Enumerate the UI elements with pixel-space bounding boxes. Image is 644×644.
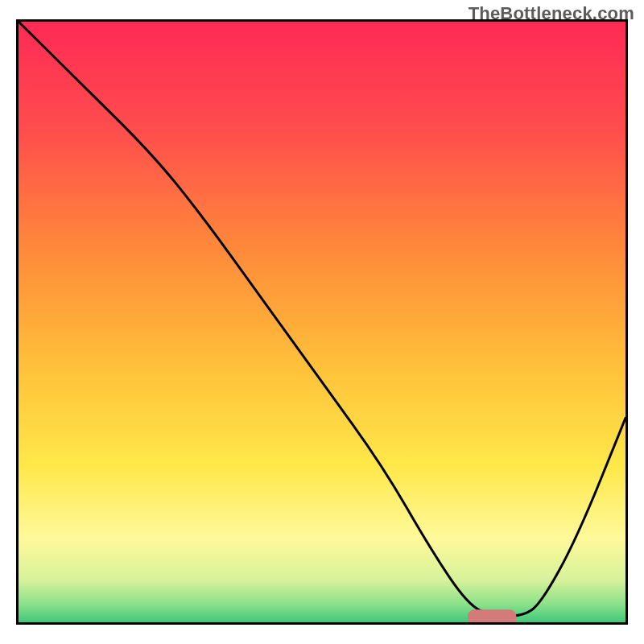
chart-svg <box>19 22 625 622</box>
optimal-range-marker <box>468 609 516 622</box>
watermark-text: TheBottleneck.com <box>469 3 634 24</box>
chart-frame <box>16 19 628 625</box>
